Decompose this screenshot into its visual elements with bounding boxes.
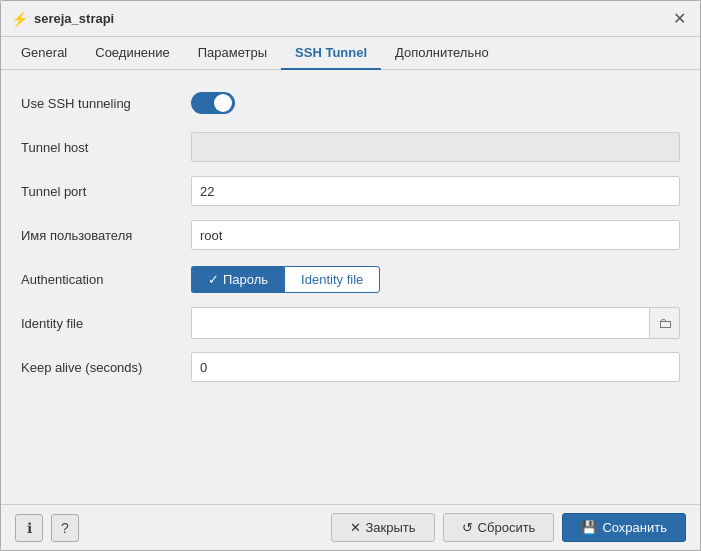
footer-left: ℹ ? [15,514,79,542]
check-icon: ✓ [208,272,219,287]
identity-file-label: Identity file [21,316,191,331]
auth-label: Authentication [21,272,191,287]
tunnel-host-input[interactable] [191,132,680,162]
identity-file-input[interactable] [192,308,649,338]
tunnel-host-row: Tunnel host [21,130,680,164]
use-ssh-row: Use SSH tunneling [21,86,680,120]
username-input[interactable] [191,220,680,250]
close-icon: ✕ [350,520,361,535]
tunnel-port-label: Tunnel port [21,184,191,199]
use-ssh-label: Use SSH tunneling [21,96,191,111]
tunnel-host-wrap [191,132,680,162]
username-wrap [191,220,680,250]
identity-file-wrap: 🗀 [191,307,680,339]
auth-button-group: ✓Пароль Identity file [191,266,680,293]
reset-icon: ↺ [462,520,473,535]
help-button[interactable]: ? [51,514,79,542]
dialog-icon: ⚡ [11,11,28,27]
use-ssh-toggle[interactable] [191,92,235,114]
keepalive-label: Keep alive (seconds) [21,360,191,375]
auth-identity-button[interactable]: Identity file [284,266,380,293]
form-content: Use SSH tunneling Tunnel host Tunnel por… [1,70,700,504]
tab-ssh-tunnel[interactable]: SSH Tunnel [281,37,381,70]
username-row: Имя пользователя [21,218,680,252]
auth-btn-group-wrap: ✓Пароль Identity file [191,266,680,293]
save-button[interactable]: 💾 Сохранить [562,513,686,542]
use-ssh-toggle-wrap [191,92,680,114]
dialog: ⚡ sereja_strapi ✕ General Соединение Пар… [0,0,701,551]
identity-input-group: 🗀 [191,307,680,339]
keepalive-wrap [191,352,680,382]
tab-connection[interactable]: Соединение [81,37,184,70]
title-bar: ⚡ sereja_strapi ✕ [1,1,700,37]
folder-icon: 🗀 [658,315,672,331]
keepalive-row: Keep alive (seconds) [21,350,680,384]
tunnel-port-row: Tunnel port [21,174,680,208]
identity-browse-button[interactable]: 🗀 [649,308,679,338]
dialog-title: sereja_strapi [34,11,669,26]
tab-bar: General Соединение Параметры SSH Tunnel … [1,37,700,70]
footer: ℹ ? ✕ Закрыть ↺ Сбросить 💾 Сохранить [1,504,700,550]
identity-file-row: Identity file 🗀 [21,306,680,340]
auth-password-button[interactable]: ✓Пароль [191,266,284,293]
info-button[interactable]: ℹ [15,514,43,542]
auth-row: Authentication ✓Пароль Identity file [21,262,680,296]
reset-button[interactable]: ↺ Сбросить [443,513,555,542]
tunnel-port-input[interactable] [191,176,680,206]
tab-general[interactable]: General [7,37,81,70]
footer-right: ✕ Закрыть ↺ Сбросить 💾 Сохранить [331,513,686,542]
tab-parameters[interactable]: Параметры [184,37,281,70]
close-window-button[interactable]: ✕ [669,7,690,30]
tunnel-port-wrap [191,176,680,206]
toggle-knob [214,94,232,112]
close-button[interactable]: ✕ Закрыть [331,513,435,542]
username-label: Имя пользователя [21,228,191,243]
tunnel-host-label: Tunnel host [21,140,191,155]
tab-advanced[interactable]: Дополнительно [381,37,503,70]
save-icon: 💾 [581,520,597,535]
keepalive-input[interactable] [191,352,680,382]
